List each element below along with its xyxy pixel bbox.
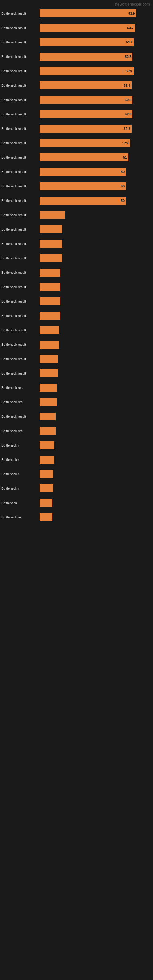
bar-row: Bottleneck r bbox=[0, 468, 153, 480]
bar-container bbox=[40, 254, 153, 262]
bar-row: Bottleneck res bbox=[0, 425, 153, 437]
bar-label: Bottleneck result bbox=[0, 242, 40, 246]
site-title: TheBottlenecker.com bbox=[0, 0, 153, 8]
bar-container bbox=[40, 484, 153, 493]
bar-row: Bottleneck result52.8 bbox=[0, 51, 153, 62]
bar-container bbox=[40, 225, 153, 234]
bar-label: Bottleneck res bbox=[0, 386, 40, 390]
bar bbox=[40, 269, 60, 277]
bar bbox=[40, 427, 56, 435]
bar-container bbox=[40, 312, 153, 320]
bar-value: 50 bbox=[121, 170, 124, 173]
bar-container: 50 bbox=[40, 196, 153, 205]
bar bbox=[40, 225, 62, 233]
bar bbox=[40, 499, 52, 507]
bar bbox=[40, 470, 53, 478]
bar-label: Bottleneck result bbox=[0, 69, 40, 73]
bar-row: Bottleneck result bbox=[0, 252, 153, 264]
bar-container: 50 bbox=[40, 182, 153, 191]
bar: 53% bbox=[40, 67, 134, 75]
bar-label: Bottleneck result bbox=[0, 256, 40, 260]
bar-value: 53.7 bbox=[127, 26, 134, 30]
bar bbox=[40, 240, 62, 248]
bar-label: Bottleneck result bbox=[0, 415, 40, 418]
bar-value: 50 bbox=[121, 199, 124, 202]
bar: 53.2 bbox=[40, 38, 134, 46]
bar-container: 53% bbox=[40, 67, 153, 75]
bar-value: 52.3 bbox=[124, 127, 130, 130]
bar bbox=[40, 355, 58, 363]
bar-container bbox=[40, 283, 153, 291]
bar-container: 52.3 bbox=[40, 81, 153, 90]
bar-container bbox=[40, 412, 153, 421]
bar-row: Bottleneck result53.2 bbox=[0, 37, 153, 48]
bar-label: Bottleneck result bbox=[0, 55, 40, 59]
bar-value: 53.9 bbox=[128, 12, 135, 15]
bar: 52.8 bbox=[40, 96, 132, 104]
bar-label: Bottleneck result bbox=[0, 371, 40, 375]
bar-value: 52% bbox=[123, 141, 129, 145]
bar-value: 52.8 bbox=[125, 55, 131, 59]
bar: 52.3 bbox=[40, 81, 132, 89]
bar bbox=[40, 456, 54, 464]
bar-label: Bottleneck result bbox=[0, 271, 40, 274]
bar-container bbox=[40, 455, 153, 464]
bar-label: Bottleneck r bbox=[0, 487, 40, 490]
bar-container: 52.3 bbox=[40, 124, 153, 133]
bar-row: Bottleneck result bbox=[0, 310, 153, 321]
bar-container: 53.2 bbox=[40, 38, 153, 46]
bar-value: 52.3 bbox=[124, 84, 130, 87]
bar-label: Bottleneck res bbox=[0, 429, 40, 433]
bar bbox=[40, 412, 56, 420]
bar-container bbox=[40, 383, 153, 392]
bar bbox=[40, 340, 59, 348]
bar-container bbox=[40, 513, 153, 522]
bar-row: Bottleneck result50 bbox=[0, 166, 153, 178]
bar-container: 51 bbox=[40, 153, 153, 162]
bar-label: Bottleneck result bbox=[0, 343, 40, 346]
bar-row: Bottleneck result53% bbox=[0, 65, 153, 77]
bar-container: 53.9 bbox=[40, 9, 153, 18]
bar-row: Bottleneck r bbox=[0, 483, 153, 494]
bar-container bbox=[40, 240, 153, 248]
bar-row: Bottleneck result bbox=[0, 368, 153, 379]
bar-row: Bottleneck bbox=[0, 497, 153, 509]
bar-row: Bottleneck result bbox=[0, 238, 153, 250]
bar-container: 52.8 bbox=[40, 52, 153, 61]
bar-row: Bottleneck result bbox=[0, 411, 153, 422]
bar bbox=[40, 369, 58, 377]
bar-label: Bottleneck result bbox=[0, 26, 40, 30]
bar-row: Bottleneck result bbox=[0, 209, 153, 221]
bar: 50 bbox=[40, 197, 126, 205]
bar-row: Bottleneck r bbox=[0, 454, 153, 466]
bar-label: Bottleneck result bbox=[0, 285, 40, 289]
bar-container bbox=[40, 426, 153, 435]
bar-label: Bottleneck result bbox=[0, 12, 40, 15]
bar-row: Bottleneck re bbox=[0, 511, 153, 523]
bar bbox=[40, 298, 60, 305]
bar-row: Bottleneck result52.3 bbox=[0, 123, 153, 134]
bar-container: 50 bbox=[40, 167, 153, 176]
bar-container: 52% bbox=[40, 139, 153, 147]
bar: 52.8 bbox=[40, 110, 132, 118]
bar bbox=[40, 211, 65, 219]
bar bbox=[40, 513, 52, 521]
bar-row: Bottleneck result53.7 bbox=[0, 22, 153, 34]
bar-container bbox=[40, 398, 153, 406]
bar-label: Bottleneck result bbox=[0, 299, 40, 303]
bar: 50 bbox=[40, 168, 126, 176]
bar: 53.7 bbox=[40, 24, 135, 32]
bar-container bbox=[40, 355, 153, 363]
bar-label: Bottleneck result bbox=[0, 127, 40, 130]
bar-row: Bottleneck result52.8 bbox=[0, 108, 153, 120]
bar-label: Bottleneck r bbox=[0, 458, 40, 461]
bar-row: Bottleneck result bbox=[0, 224, 153, 235]
bar-value: 50 bbox=[121, 185, 124, 188]
bar-container: 53.7 bbox=[40, 24, 153, 32]
bar bbox=[40, 254, 62, 262]
bar-container bbox=[40, 326, 153, 334]
bar-container bbox=[40, 268, 153, 277]
bar-label: Bottleneck result bbox=[0, 213, 40, 217]
bar-row: Bottleneck result50 bbox=[0, 195, 153, 207]
bar-label: Bottleneck result bbox=[0, 112, 40, 116]
